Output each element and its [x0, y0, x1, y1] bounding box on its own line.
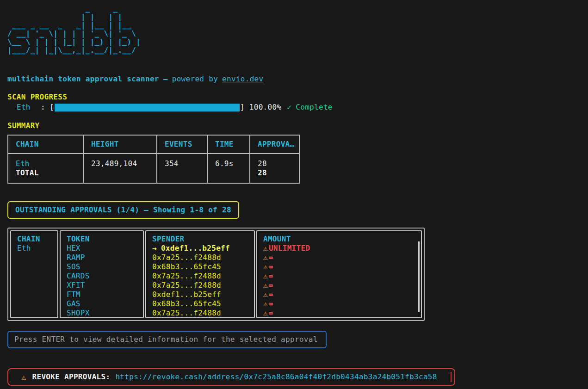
envio-link[interactable]: envio.dev: [222, 74, 263, 84]
progress-colon: :: [41, 103, 45, 112]
revoke-link[interactable]: https://revoke.cash/address/0x7c25a8c86a…: [115, 372, 437, 382]
summary-events-value: 354: [165, 159, 207, 168]
spender-cell[interactable]: 0xdef1...b25eff: [152, 290, 254, 299]
amount-cell[interactable]: ⚠∞: [263, 299, 421, 309]
warning-icon: ⚠: [263, 253, 268, 262]
summary-chain-value: Eth: [16, 159, 83, 168]
app-title: multichain token approval scanner: [7, 74, 159, 84]
amount-cell[interactable]: ⚠∞: [263, 262, 421, 272]
warning-icon: ⚠: [21, 372, 26, 382]
approvals-header-token: TOKEN: [67, 235, 143, 244]
infinity-icon: ∞: [269, 253, 273, 262]
token-cell[interactable]: FTM: [67, 290, 143, 299]
app-title-row: multichain token approval scanner – powe…: [7, 74, 588, 84]
terminal-screen: _ _ | | | | ___ _ __ _ _| |__ | |__ / __…: [0, 0, 588, 386]
summary-heading: SUMMARY: [7, 121, 588, 130]
summary-cell-approvals: 28 28: [250, 154, 299, 183]
token-cell[interactable]: HEX: [67, 244, 143, 253]
infinity-icon: ∞: [269, 272, 273, 280]
summary-cell-height: 23,489,104: [84, 154, 157, 183]
approvals-header-amount: AMOUNT: [263, 235, 421, 244]
approvals-column-spender: SPENDER →0xdef1...b25eff 0x7a25...f2488d…: [145, 230, 255, 318]
amount-cell[interactable]: ⚠UNLIMITED: [263, 244, 421, 253]
amount-cell[interactable]: ⚠∞: [263, 281, 421, 290]
warning-icon: ⚠: [263, 299, 268, 308]
approvals-chain-value: Eth: [17, 244, 57, 253]
token-cell[interactable]: SHOPX: [67, 309, 143, 318]
logo-line: _ _: [7, 5, 588, 13]
scan-progress-row: Eth : [ ] 100.00% ✓ Complete: [7, 103, 588, 112]
spender-cell[interactable]: 0x7a25...f2488d: [152, 309, 254, 318]
amount-cell[interactable]: ⚠∞: [263, 272, 421, 281]
warning-icon: ⚠: [263, 309, 268, 317]
approvals-header-chain: CHAIN: [17, 235, 57, 244]
infinity-icon: ∞: [269, 263, 273, 271]
outstanding-approvals-header: OUTSTANDING APPROVALS (1/4) – Showing 1-…: [7, 201, 239, 219]
checkmark-icon: ✓: [287, 103, 291, 112]
summary-approvals-value: 28: [258, 159, 299, 168]
progress-bracket-close: ]: [240, 103, 245, 112]
selected-arrow-icon: →: [152, 244, 157, 253]
summary-header-approvals: APPROVA…: [250, 136, 299, 154]
spender-cell[interactable]: 0x68b3...65fc45: [152, 262, 254, 272]
infinity-icon: ∞: [269, 309, 273, 317]
approvals-column-token: TOKEN HEX RAMP SOS CARDS XFIT FTM GAS SH…: [60, 230, 144, 318]
spender-address: 0xdef1...b25eff: [161, 244, 230, 253]
infinity-icon: ∞: [269, 290, 273, 299]
summary-header-chain: CHAIN: [8, 136, 84, 154]
summary-header-events: EVENTS: [157, 136, 208, 154]
logo-line: |___/_| |_|\__,_|_.__/|_.__/: [7, 46, 588, 55]
enter-hint: Press ENTER to view detailed information…: [7, 331, 327, 348]
warning-icon: ⚠: [263, 272, 268, 280]
summary-height-value: 23,489,104: [91, 159, 156, 168]
summary-total-approvals: 28: [258, 168, 299, 178]
token-cell[interactable]: CARDS: [67, 272, 143, 281]
progress-status: Complete: [296, 103, 332, 112]
outstanding-approvals-title: OUTSTANDING APPROVALS (1/4) – Showing 1-…: [15, 205, 231, 214]
amount-cell[interactable]: ⚠∞: [263, 253, 421, 262]
progress-percent: 100.00%: [249, 103, 282, 112]
progress-chain-label: Eth: [17, 103, 41, 112]
token-cell[interactable]: GAS: [67, 299, 143, 309]
approvals-column-chain: CHAIN Eth: [10, 230, 58, 318]
logo-line: | | | |: [7, 13, 588, 21]
scan-progress-heading: SCAN PROGRESS: [7, 93, 588, 102]
spender-cell[interactable]: 0x7a25...f2488d: [152, 272, 254, 281]
amount-value: UNLIMITED: [269, 244, 310, 253]
revoke-label: REVOKE APPROVALS:: [32, 372, 111, 382]
summary-header-time: TIME: [208, 136, 250, 154]
token-cell[interactable]: XFIT: [67, 281, 143, 290]
title-separator: –: [163, 74, 168, 84]
warning-icon: ⚠: [263, 290, 268, 299]
enter-hint-text: Press ENTER to view detailed information…: [14, 335, 318, 344]
logo-line: ___ _ __ _ _| |__ | |__: [7, 21, 588, 30]
summary-cell-time: 6.9s: [208, 154, 250, 183]
progress-bracket-open: [: [50, 103, 54, 112]
amount-cell[interactable]: ⚠∞: [263, 290, 421, 299]
powered-by-label: powered by: [172, 74, 218, 84]
spender-cell[interactable]: 0x7a25...f2488d: [152, 281, 254, 290]
snubb-logo: _ _ | | | | ___ _ __ _ _| |__ | |__ / __…: [7, 5, 588, 55]
infinity-icon: ∞: [269, 281, 273, 290]
revoke-banner: ⚠ REVOKE APPROVALS: https://revoke.cash/…: [7, 368, 455, 386]
summary-cell-events: 354: [157, 154, 208, 183]
summary-table: CHAIN HEIGHT EVENTS TIME APPROVA… Eth TO…: [7, 135, 300, 184]
summary-time-value: 6.9s: [215, 159, 249, 168]
amount-cell[interactable]: ⚠∞: [263, 309, 421, 318]
revoke-scroll-indicator: [451, 372, 452, 382]
token-cell[interactable]: RAMP: [67, 253, 143, 262]
progress-bar: [55, 104, 240, 111]
summary-total-label: TOTAL: [16, 168, 83, 178]
spender-cell[interactable]: 0x68b3...65fc45: [152, 299, 254, 309]
logo-line: / __| '_ \| | | | '_ \| '_ \: [7, 30, 588, 38]
approvals-column-amount: AMOUNT ⚠UNLIMITED ⚠∞ ⚠∞ ⚠∞ ⚠∞ ⚠∞ ⚠∞ ⚠∞: [256, 230, 422, 318]
token-cell[interactable]: SOS: [67, 262, 143, 272]
summary-header-height: HEIGHT: [84, 136, 157, 154]
spender-cell-selected[interactable]: →0xdef1...b25eff: [152, 244, 254, 253]
approvals-header-spender: SPENDER: [152, 235, 254, 244]
warning-icon: ⚠: [263, 244, 268, 253]
warning-icon: ⚠: [263, 262, 268, 271]
infinity-icon: ∞: [269, 300, 273, 308]
scrollbar-thumb[interactable]: [418, 241, 420, 312]
spender-cell[interactable]: 0x7a25...f2488d: [152, 253, 254, 262]
